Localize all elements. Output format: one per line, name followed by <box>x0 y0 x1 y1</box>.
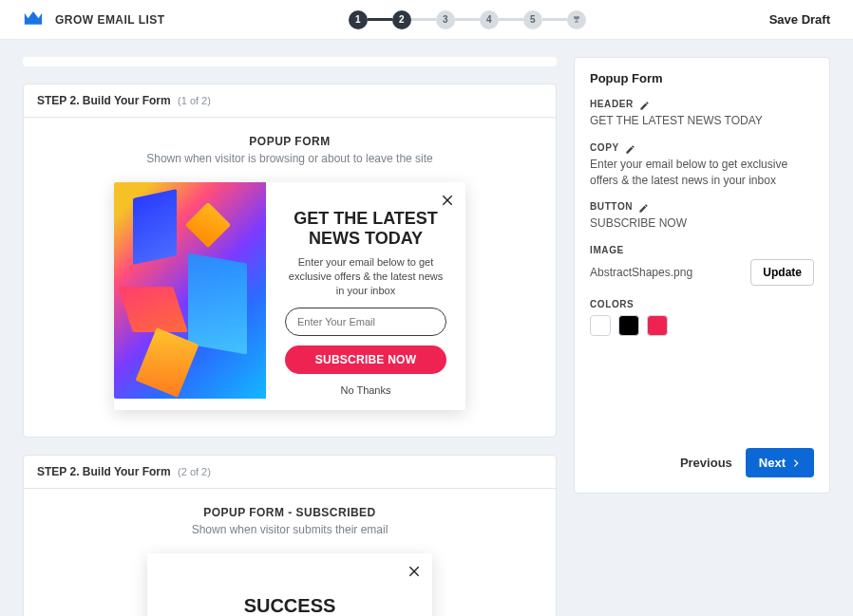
section-title: POPUP FORM - SUBSCRIBED <box>52 506 527 519</box>
save-draft-button[interactable]: Save Draft <box>769 12 830 27</box>
section-subtitle: Shown when visitor submits their email <box>52 523 527 536</box>
field-label: IMAGE <box>590 245 624 255</box>
close-icon[interactable] <box>435 188 460 213</box>
field-value: GET THE LATEST NEWS TODAY <box>590 113 814 129</box>
popup-image <box>114 182 266 399</box>
color-swatch[interactable] <box>647 315 668 336</box>
card-meta: (2 of 2) <box>178 466 211 477</box>
field-label: COPY <box>590 142 619 153</box>
field-value: Enter your email below to get exclusive … <box>590 157 814 189</box>
edit-icon[interactable] <box>625 142 635 153</box>
edit-icon[interactable] <box>639 99 650 109</box>
step-4[interactable]: 4 <box>480 10 499 29</box>
field-header: HEADER GET THE LATEST NEWS TODAY <box>590 99 814 129</box>
step-trophy[interactable] <box>567 10 586 29</box>
card-title: STEP 2. Build Your Form <box>37 465 171 478</box>
right-column: Popup Form HEADER GET THE LATEST NEWS TO… <box>574 57 830 494</box>
sidebar-panel: Popup Form HEADER GET THE LATEST NEWS TO… <box>574 57 830 494</box>
page-title: GROW EMAIL LIST <box>55 13 165 27</box>
form-card-1: STEP 2. Build Your Form (1 of 2) POPUP F… <box>23 84 557 438</box>
field-colors: COLORS <box>590 299 814 336</box>
popup-headline: GET THE LATEST NEWS TODAY <box>281 209 450 248</box>
success-headline: SUCCESS <box>166 595 413 616</box>
field-label: COLORS <box>590 299 634 309</box>
field-label: HEADER <box>590 99 634 109</box>
page-body: STEP 2. Build Your Form (1 of 2) POPUP F… <box>0 40 853 616</box>
stepper: 1 2 3 4 5 <box>165 10 769 29</box>
card-header: STEP 2. Build Your Form (1 of 2) <box>24 84 556 118</box>
email-input[interactable] <box>285 308 446 336</box>
next-label: Next <box>759 456 786 470</box>
field-label: BUTTON <box>590 201 633 212</box>
popup-preview: GET THE LATEST NEWS TODAY Enter your ema… <box>114 182 465 410</box>
section-subtitle: Shown when visitor is browsing or about … <box>52 152 527 165</box>
field-button: BUTTON SUBSCRIBE NOW <box>590 201 814 232</box>
step-seg <box>368 18 392 21</box>
image-filename: AbstractShapes.png <box>590 265 692 281</box>
topbar: GROW EMAIL LIST 1 2 3 4 5 Save Draft <box>0 0 853 40</box>
crown-icon <box>23 11 44 28</box>
update-image-button[interactable]: Update <box>750 259 814 286</box>
step-1[interactable]: 1 <box>349 10 368 29</box>
edit-icon[interactable] <box>638 201 649 212</box>
sidebar-title: Popup Form <box>590 71 814 85</box>
card-title: STEP 2. Build Your Form <box>37 94 171 107</box>
step-seg <box>455 18 480 21</box>
section-title: POPUP FORM <box>52 135 527 148</box>
step-2[interactable]: 2 <box>392 10 411 29</box>
sidebar-footer: Previous Next <box>590 448 814 477</box>
left-column: STEP 2. Build Your Form (1 of 2) POPUP F… <box>23 57 557 616</box>
subscribe-button[interactable]: SUBSCRIBE NOW <box>285 345 446 374</box>
collapsed-card[interactable] <box>23 57 557 66</box>
previous-button[interactable]: Previous <box>680 456 732 470</box>
step-seg <box>499 18 523 21</box>
card-meta: (1 of 2) <box>178 95 211 106</box>
form-card-2: STEP 2. Build Your Form (2 of 2) POPUP F… <box>23 455 557 616</box>
step-seg <box>542 18 567 21</box>
field-copy: COPY Enter your email below to get exclu… <box>590 142 814 189</box>
field-image: IMAGE AbstractShapes.png Update <box>590 245 814 286</box>
card-header: STEP 2. Build Your Form (2 of 2) <box>24 456 556 489</box>
next-button[interactable]: Next <box>746 448 814 477</box>
popup-copy: Enter your email below to get exclusive … <box>285 255 446 298</box>
step-3[interactable]: 3 <box>436 10 455 29</box>
color-swatch[interactable] <box>618 315 639 336</box>
field-value: SUBSCRIBE NOW <box>590 215 814 232</box>
step-seg <box>411 18 436 21</box>
close-icon[interactable] <box>402 559 426 584</box>
no-thanks-link[interactable]: No Thanks <box>341 384 391 396</box>
color-swatch[interactable] <box>590 315 611 336</box>
step-5[interactable]: 5 <box>523 10 542 29</box>
success-popup-preview: SUCCESS You've been added to our list - … <box>147 553 432 616</box>
